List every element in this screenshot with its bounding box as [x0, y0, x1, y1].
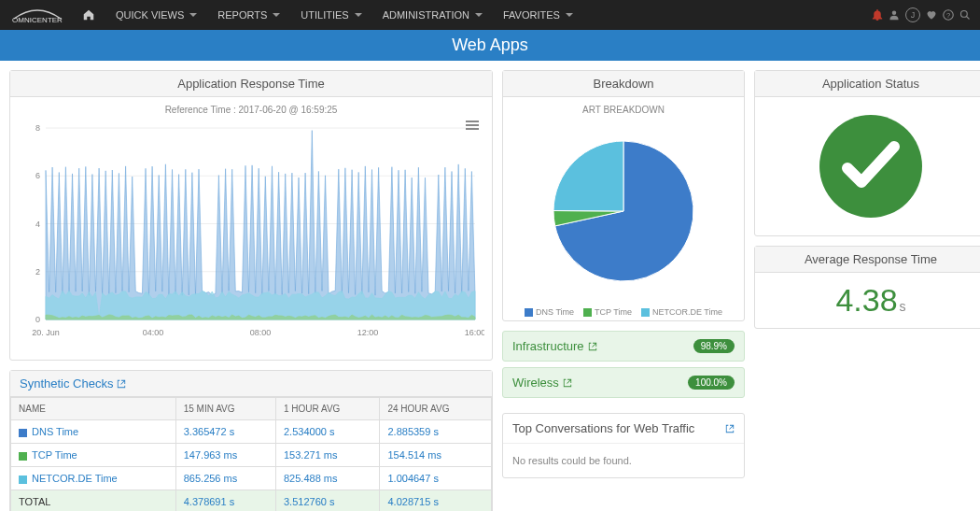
nav-administration[interactable]: ADMINISTRATION	[373, 0, 492, 30]
val-1h[interactable]: 153.271 ms	[276, 444, 380, 467]
table-total-row: TOTAL4.378691 s3.512760 s4.028715 s	[11, 490, 492, 512]
nav-utilities[interactable]: UTILITIES	[291, 0, 371, 30]
synthetic-header[interactable]: Synthetic Checks	[10, 371, 492, 397]
top-conv-title: Top Conversations for Web Traffic	[503, 414, 744, 444]
check-name[interactable]: TCP Time	[11, 444, 176, 467]
top-conv-empty: No results could be found.	[503, 444, 744, 477]
val-1h[interactable]: 2.534000 s	[276, 420, 380, 444]
svg-text:12:00: 12:00	[357, 328, 379, 337]
top-navbar: OMNICENTER QUICK VIEWS REPORTS UTILITIES…	[0, 0, 980, 30]
val-1h[interactable]: 825.488 ms	[276, 467, 380, 490]
check-name[interactable]: DNS Time	[11, 420, 176, 444]
svg-text:20. Jun: 20. Jun	[32, 328, 60, 337]
panel-breakdown: Breakdown ART BREAKDOWN DNS TimeTCP Time…	[502, 70, 745, 321]
external-link-icon	[563, 378, 572, 388]
col-name: NAME	[11, 398, 176, 420]
bell-icon[interactable]	[872, 9, 883, 21]
check-name[interactable]: NETCOR.DE Time	[11, 467, 176, 490]
nav-reports[interactable]: REPORTS	[208, 0, 289, 30]
table-row: DNS Time3.365472 s2.534000 s2.885359 s	[11, 420, 492, 444]
brand-logo[interactable]: OMNICENTER	[9, 6, 65, 24]
avg-resp-value: 4.38s	[755, 273, 980, 328]
legend-item[interactable]: NETCOR.DE Time	[641, 307, 722, 317]
pie-legend: DNS TimeTCP TimeNETCOR.DE Time	[503, 300, 744, 320]
val-15min[interactable]: 3.365472 s	[175, 420, 275, 444]
nav-home[interactable]	[73, 0, 105, 30]
status-check-icon	[755, 97, 980, 235]
panel-status: Application Status	[754, 70, 980, 236]
svg-text:6: 6	[35, 171, 40, 180]
health-badge: 98.9%	[693, 339, 735, 353]
chevron-down-icon	[273, 13, 280, 17]
total-24h[interactable]: 4.028715 s	[380, 490, 492, 512]
health-badge: 100.0%	[688, 376, 735, 390]
page-title: Web Apps	[0, 30, 980, 61]
breakdown-title: Breakdown	[503, 71, 744, 97]
svg-text:4: 4	[35, 220, 40, 229]
nav-quick-views[interactable]: QUICK VIEWS	[106, 0, 206, 30]
svg-point-2	[961, 11, 968, 18]
col-15min: 15 MIN AVG	[175, 398, 275, 420]
col-24hour: 24 HOUR AVG	[380, 398, 492, 420]
svg-text:0: 0	[35, 315, 40, 324]
val-15min[interactable]: 147.963 ms	[175, 444, 275, 467]
val-15min[interactable]: 865.256 ms	[175, 467, 275, 490]
nav-favorites[interactable]: FAVORITES	[494, 0, 582, 30]
val-24h[interactable]: 154.514 ms	[380, 444, 492, 467]
health-row[interactable]: Infrastructure 98.9%	[502, 331, 745, 362]
health-row[interactable]: Wireless 100.0%	[502, 367, 745, 398]
chart-menu-icon[interactable]	[466, 119, 479, 132]
heart-icon[interactable]	[926, 9, 937, 21]
chart-reference-time: Reference Time : 2017-06-20 @ 16:59:25	[18, 105, 484, 115]
chevron-down-icon	[189, 13, 197, 17]
total-15min[interactable]: 4.378691 s	[175, 490, 275, 512]
line-chart[interactable]: 0246820. Jun04:0008:0012:0016:00	[18, 119, 484, 352]
svg-text:08:00: 08:00	[250, 328, 272, 337]
panel-art-title: Application Response Time	[10, 71, 492, 97]
col-1hour: 1 HOUR AVG	[276, 398, 380, 420]
svg-text:2: 2	[35, 267, 40, 277]
chevron-down-icon	[475, 13, 483, 17]
val-24h[interactable]: 2.885359 s	[380, 420, 492, 444]
pie-chart-title: ART BREAKDOWN	[503, 105, 744, 115]
nav-right: J ?	[872, 7, 971, 22]
pie-chart[interactable]	[503, 122, 744, 300]
brand-text: OMNICENTER	[12, 16, 63, 24]
panel-top-conv: Top Conversations for Web Traffic No res…	[502, 413, 745, 478]
svg-text:?: ?	[946, 11, 950, 20]
table-row: NETCOR.DE Time865.256 ms825.488 ms1.0046…	[11, 467, 492, 490]
external-link-icon	[117, 379, 126, 389]
avatar[interactable]: J	[905, 7, 920, 22]
svg-text:16:00: 16:00	[465, 328, 484, 337]
svg-line-3	[967, 17, 970, 20]
legend-item[interactable]: TCP Time	[583, 307, 632, 317]
avg-resp-title: Average Response Time	[755, 247, 980, 273]
svg-text:04:00: 04:00	[143, 328, 164, 337]
chevron-down-icon	[566, 13, 573, 17]
external-link-icon	[588, 342, 597, 351]
panel-avg-resp: Average Response Time 4.38s	[754, 246, 980, 329]
legend-item[interactable]: DNS Time	[525, 307, 574, 317]
home-icon	[82, 8, 95, 21]
panel-art: Application Response Time Reference Time…	[9, 70, 493, 361]
panel-synthetic: Synthetic Checks NAME 15 MIN AVG 1 HOUR …	[9, 370, 493, 511]
status-title: Application Status	[755, 71, 980, 97]
chevron-down-icon	[355, 13, 362, 17]
total-1h[interactable]: 3.512760 s	[276, 490, 380, 512]
synthetic-table: NAME 15 MIN AVG 1 HOUR AVG 24 HOUR AVG D…	[10, 397, 492, 511]
side-health-rows: Infrastructure 98.9%Wireless 100.0%	[502, 331, 745, 404]
user-icon[interactable]	[889, 9, 900, 21]
svg-text:8: 8	[35, 123, 40, 133]
table-row: TCP Time147.963 ms153.271 ms154.514 ms	[11, 444, 492, 467]
nav-items: QUICK VIEWS REPORTS UTILITIES ADMINISTRA…	[73, 0, 582, 30]
total-label: TOTAL	[11, 490, 176, 512]
external-link-icon[interactable]	[725, 424, 735, 433]
help-icon[interactable]: ?	[943, 9, 954, 21]
search-icon[interactable]	[959, 9, 971, 21]
val-24h[interactable]: 1.004647 s	[380, 467, 492, 490]
